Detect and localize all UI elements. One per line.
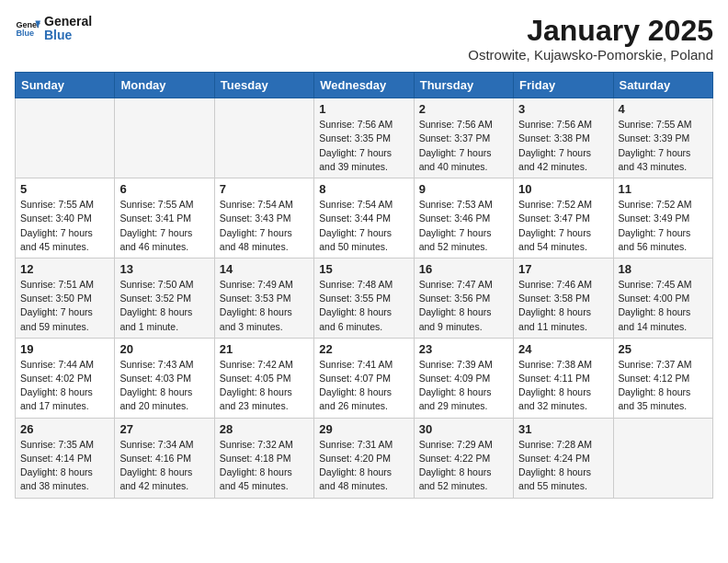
calendar-cell: 22Sunrise: 7:41 AMSunset: 4:07 PMDayligh… [314,338,414,418]
day-number: 17 [518,262,608,276]
day-number: 10 [518,182,608,196]
day-number: 9 [419,182,508,196]
calendar-cell: 10Sunrise: 7:52 AMSunset: 3:47 PMDayligh… [514,178,613,259]
day-info: Sunrise: 7:41 AMSunset: 4:07 PMDaylight:… [319,358,408,414]
day-number: 20 [119,342,209,356]
week-row-0: 1Sunrise: 7:56 AMSunset: 3:35 PMDaylight… [16,98,713,178]
calendar-cell: 11Sunrise: 7:52 AMSunset: 3:49 PMDayligh… [613,178,712,259]
day-info: Sunrise: 7:49 AMSunset: 3:53 PMDaylight:… [220,278,309,334]
calendar-cell: 21Sunrise: 7:42 AMSunset: 4:05 PMDayligh… [214,338,313,418]
day-info: Sunrise: 7:50 AMSunset: 3:52 PMDaylight:… [119,278,209,334]
day-info: Sunrise: 7:42 AMSunset: 4:05 PMDaylight:… [220,358,309,414]
calendar-cell: 24Sunrise: 7:38 AMSunset: 4:11 PMDayligh… [514,338,613,418]
calendar-cell: 31Sunrise: 7:28 AMSunset: 4:24 PMDayligh… [514,418,613,498]
day-info: Sunrise: 7:28 AMSunset: 4:24 PMDaylight:… [518,438,608,494]
day-number: 8 [319,182,408,196]
calendar-cell: 27Sunrise: 7:34 AMSunset: 4:16 PMDayligh… [115,418,214,498]
calendar-cell: 23Sunrise: 7:39 AMSunset: 4:09 PMDayligh… [414,338,513,418]
day-number: 28 [220,422,309,436]
calendar-cell: 25Sunrise: 7:37 AMSunset: 4:12 PMDayligh… [613,338,712,418]
day-number: 1 [319,102,408,116]
day-number: 23 [419,342,508,356]
calendar-cell [115,98,214,178]
calendar-table: SundayMondayTuesdayWednesdayThursdayFrid… [15,72,713,498]
week-row-1: 5Sunrise: 7:55 AMSunset: 3:40 PMDaylight… [16,178,713,259]
calendar-cell: 19Sunrise: 7:44 AMSunset: 4:02 PMDayligh… [16,338,115,418]
logo-text-blue: Blue [44,29,92,42]
day-number: 31 [518,422,608,436]
day-info: Sunrise: 7:35 AMSunset: 4:14 PMDaylight:… [20,438,109,494]
day-number: 5 [20,182,109,196]
calendar-cell: 29Sunrise: 7:31 AMSunset: 4:20 PMDayligh… [314,418,414,498]
day-info: Sunrise: 7:51 AMSunset: 3:50 PMDaylight:… [20,278,109,334]
calendar-cell: 4Sunrise: 7:55 AMSunset: 3:39 PMDaylight… [613,98,712,178]
header-monday: Monday [115,73,214,98]
calendar-cell: 13Sunrise: 7:50 AMSunset: 3:52 PMDayligh… [115,258,214,338]
day-info: Sunrise: 7:56 AMSunset: 3:37 PMDaylight:… [419,118,508,174]
day-info: Sunrise: 7:53 AMSunset: 3:46 PMDaylight:… [419,198,508,254]
header-saturday: Saturday [613,73,712,98]
header-row: SundayMondayTuesdayWednesdayThursdayFrid… [16,73,713,98]
header-thursday: Thursday [414,73,513,98]
day-info: Sunrise: 7:55 AMSunset: 3:39 PMDaylight:… [619,118,708,174]
calendar-cell [16,98,115,178]
day-info: Sunrise: 7:55 AMSunset: 3:40 PMDaylight:… [20,198,109,254]
day-number: 24 [518,342,608,356]
calendar-cell [613,418,712,498]
day-number: 26 [20,422,109,436]
calendar-cell: 17Sunrise: 7:46 AMSunset: 3:58 PMDayligh… [514,258,613,338]
day-info: Sunrise: 7:45 AMSunset: 4:00 PMDaylight:… [619,278,708,334]
day-info: Sunrise: 7:47 AMSunset: 3:56 PMDaylight:… [419,278,508,334]
logo-icon: General Blue [15,16,40,41]
month-title: January 2025 [468,15,713,47]
calendar-cell: 12Sunrise: 7:51 AMSunset: 3:50 PMDayligh… [16,258,115,338]
calendar-cell: 28Sunrise: 7:32 AMSunset: 4:18 PMDayligh… [214,418,313,498]
calendar-cell: 1Sunrise: 7:56 AMSunset: 3:35 PMDaylight… [314,98,414,178]
day-info: Sunrise: 7:32 AMSunset: 4:18 PMDaylight:… [220,438,309,494]
header-friday: Friday [514,73,613,98]
day-info: Sunrise: 7:52 AMSunset: 3:49 PMDaylight:… [619,198,708,254]
header-sunday: Sunday [16,73,115,98]
day-info: Sunrise: 7:56 AMSunset: 3:35 PMDaylight:… [319,118,408,174]
title-area: January 2025 Ostrowite, Kujawsko-Pomorsk… [468,15,713,63]
day-number: 27 [119,422,209,436]
calendar-cell: 5Sunrise: 7:55 AMSunset: 3:40 PMDaylight… [16,178,115,259]
calendar-cell: 9Sunrise: 7:53 AMSunset: 3:46 PMDaylight… [414,178,513,259]
calendar-cell [214,98,313,178]
day-number: 12 [20,262,109,276]
calendar-cell: 3Sunrise: 7:56 AMSunset: 3:38 PMDaylight… [514,98,613,178]
calendar-cell: 16Sunrise: 7:47 AMSunset: 3:56 PMDayligh… [414,258,513,338]
svg-text:Blue: Blue [16,29,34,39]
day-number: 16 [419,262,508,276]
day-number: 13 [119,262,209,276]
day-number: 15 [319,262,408,276]
day-number: 2 [419,102,508,116]
day-info: Sunrise: 7:48 AMSunset: 3:55 PMDaylight:… [319,278,408,334]
calendar-cell: 15Sunrise: 7:48 AMSunset: 3:55 PMDayligh… [314,258,414,338]
day-info: Sunrise: 7:54 AMSunset: 3:44 PMDaylight:… [319,198,408,254]
logo: General Blue General Blue [15,15,92,43]
day-info: Sunrise: 7:39 AMSunset: 4:09 PMDaylight:… [419,358,508,414]
day-info: Sunrise: 7:34 AMSunset: 4:16 PMDaylight:… [119,438,209,494]
calendar-cell: 20Sunrise: 7:43 AMSunset: 4:03 PMDayligh… [115,338,214,418]
day-number: 6 [119,182,209,196]
day-number: 21 [220,342,309,356]
calendar-cell: 7Sunrise: 7:54 AMSunset: 3:43 PMDaylight… [214,178,313,259]
day-number: 14 [220,262,309,276]
day-info: Sunrise: 7:38 AMSunset: 4:11 PMDaylight:… [518,358,608,414]
header-wednesday: Wednesday [314,73,414,98]
day-info: Sunrise: 7:54 AMSunset: 3:43 PMDaylight:… [220,198,309,254]
calendar-cell: 30Sunrise: 7:29 AMSunset: 4:22 PMDayligh… [414,418,513,498]
day-info: Sunrise: 7:43 AMSunset: 4:03 PMDaylight:… [119,358,209,414]
day-number: 11 [619,182,708,196]
day-number: 29 [319,422,408,436]
calendar-cell: 8Sunrise: 7:54 AMSunset: 3:44 PMDaylight… [314,178,414,259]
day-info: Sunrise: 7:55 AMSunset: 3:41 PMDaylight:… [119,198,209,254]
day-number: 18 [619,262,708,276]
day-info: Sunrise: 7:46 AMSunset: 3:58 PMDaylight:… [518,278,608,334]
calendar-body: 1Sunrise: 7:56 AMSunset: 3:35 PMDaylight… [16,98,713,498]
day-info: Sunrise: 7:29 AMSunset: 4:22 PMDaylight:… [419,438,508,494]
location-subtitle: Ostrowite, Kujawsko-Pomorskie, Poland [468,47,713,63]
day-info: Sunrise: 7:52 AMSunset: 3:47 PMDaylight:… [518,198,608,254]
day-number: 19 [20,342,109,356]
